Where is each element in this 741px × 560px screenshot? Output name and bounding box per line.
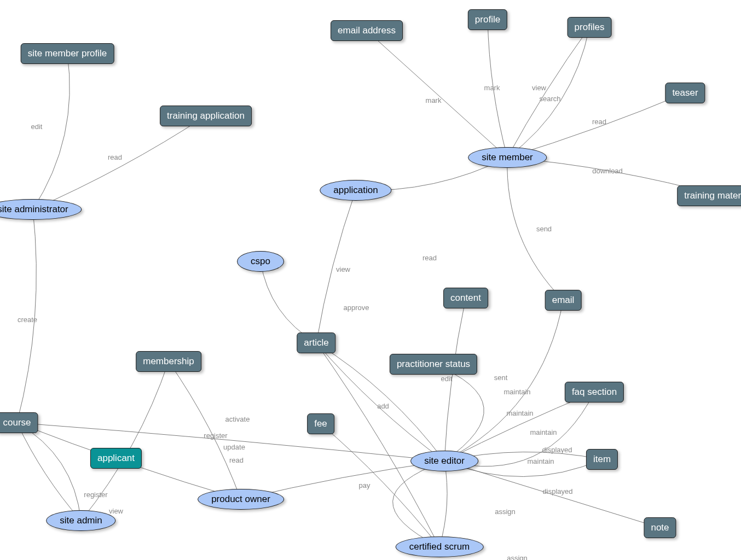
edge-label: mark — [484, 84, 500, 92]
node-label: email — [552, 295, 575, 305]
edge-label: edit — [441, 375, 453, 383]
edge-site-editor-note — [444, 461, 660, 528]
edge-site-member-email — [507, 158, 563, 300]
node-label: site editor — [424, 456, 465, 466]
node-practitioner-status[interactable]: practitioner status — [390, 354, 477, 375]
node-site-member[interactable]: site member — [468, 147, 547, 168]
node-site-editor[interactable]: site editor — [410, 451, 478, 471]
edge-label: register — [84, 491, 107, 499]
node-label: faq section — [572, 387, 617, 397]
node-label: practitioner status — [397, 359, 470, 369]
edge-label: maintain — [530, 428, 557, 436]
edge-label: maintain — [527, 457, 554, 465]
node-label: profile — [475, 14, 500, 25]
node-label: site administrator — [0, 204, 68, 214]
node-item[interactable]: item — [586, 449, 618, 470]
node-label: training application — [167, 110, 245, 121]
node-training-materials[interactable]: training materials — [677, 185, 741, 206]
node-product-owner[interactable]: product owner — [198, 489, 284, 510]
edge-site-administrator-course — [17, 209, 36, 423]
edge-site-member-profiles — [507, 27, 589, 158]
node-label: profiles — [575, 22, 605, 32]
edge-site-editor-content — [444, 298, 466, 461]
node-profile[interactable]: profile — [468, 9, 507, 30]
edge-site-editor-certified-scrum — [439, 461, 447, 547]
edge-label: view — [109, 507, 123, 515]
node-label: applicant — [97, 453, 135, 463]
node-label: application — [333, 185, 378, 195]
node-label: fee — [314, 418, 327, 429]
node-note[interactable]: note — [644, 517, 676, 538]
edge-site-member-email-address — [367, 31, 507, 158]
edge-label: assign — [495, 508, 516, 516]
node-profiles[interactable]: profiles — [568, 17, 612, 38]
edge-label: read — [108, 153, 122, 161]
node-application[interactable]: application — [320, 180, 391, 201]
node-content[interactable]: content — [443, 288, 488, 308]
node-label: product owner — [211, 494, 270, 504]
node-label: item — [593, 454, 611, 464]
edge-label: update — [223, 443, 245, 451]
node-site-admin[interactable]: site admin — [46, 510, 115, 531]
node-label: certified scrum — [409, 541, 470, 552]
edge-site-administrator-training-application — [33, 116, 206, 209]
node-label: training materials — [684, 190, 741, 201]
edge-label: mark — [426, 96, 442, 104]
node-site-member-profile[interactable]: site member profile — [21, 43, 114, 64]
node-membership[interactable]: membership — [136, 351, 201, 372]
node-label: content — [450, 293, 481, 303]
node-email-address[interactable]: email address — [331, 20, 403, 41]
edge-cspo-article — [260, 261, 316, 343]
node-teaser[interactable]: teaser — [665, 83, 705, 103]
edge-site-editor-email — [444, 300, 563, 461]
node-course[interactable]: course — [0, 412, 38, 433]
node-certified-scrum[interactable]: certified scrum — [396, 536, 484, 557]
edge-label: view — [336, 265, 350, 273]
edge-label: download — [592, 167, 623, 175]
node-label: note — [651, 522, 669, 533]
node-label: teaser — [672, 88, 698, 98]
edge-label: edit — [31, 122, 43, 131]
edge-site-admin-course — [17, 423, 81, 521]
edge-label: search — [539, 95, 560, 103]
edge-label: displayed — [543, 487, 573, 495]
node-label: site member — [482, 152, 533, 162]
edge-label: read — [422, 254, 437, 262]
node-label: course — [3, 417, 31, 428]
node-training-application[interactable]: training application — [160, 106, 252, 126]
edge-application-article — [316, 190, 356, 343]
node-label: site admin — [60, 515, 102, 526]
node-label: article — [304, 337, 328, 348]
edge-label: send — [536, 225, 552, 233]
edge-label: register — [204, 431, 227, 440]
edge-site-admin-course — [17, 423, 81, 521]
graph-edges — [0, 0, 741, 560]
edge-label: add — [377, 402, 389, 410]
node-site-administrator[interactable]: site administrator — [0, 199, 82, 220]
edge-label: read — [229, 456, 244, 464]
edge-site-member-profiles — [507, 27, 589, 158]
node-label: membership — [143, 356, 194, 366]
edge-site-editor-course — [17, 423, 444, 461]
node-email[interactable]: email — [545, 290, 582, 311]
node-fee[interactable]: fee — [307, 413, 334, 434]
edge-site-editor-certified-scrum — [393, 461, 444, 547]
edge-label: view — [532, 84, 546, 92]
edge-label: assign — [507, 554, 528, 561]
edge-label: activate — [225, 415, 250, 423]
edge-label: displayed — [542, 446, 572, 454]
edge-label: create — [18, 316, 37, 324]
node-label: site member profile — [28, 48, 107, 59]
node-faq-section[interactable]: faq section — [565, 382, 624, 402]
edge-site-editor-practitioner-status — [433, 364, 484, 461]
edge-product-owner-membership — [169, 361, 241, 499]
edge-label: pay — [359, 481, 370, 489]
edge-label: maintain — [506, 409, 533, 417]
node-article[interactable]: article — [297, 332, 335, 353]
node-applicant[interactable]: applicant — [90, 448, 142, 469]
node-label: email address — [338, 25, 396, 36]
edge-site-member-teaser — [507, 93, 685, 158]
edge-site-administrator-site-member-profile — [33, 54, 70, 209]
node-cspo[interactable]: cspo — [237, 251, 284, 272]
edge-site-member-profile — [488, 20, 507, 158]
